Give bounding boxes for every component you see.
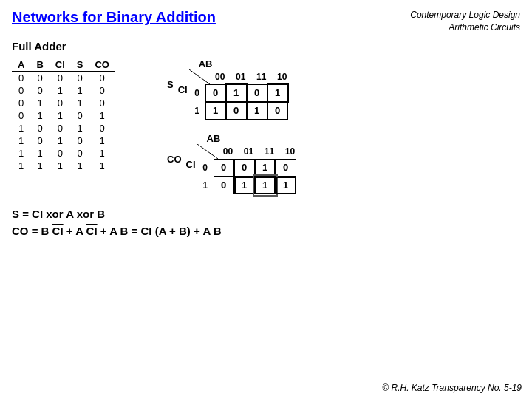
kmap-s-row1: 1 1 0 1 0 bbox=[189, 102, 293, 120]
truth-table-cell-r4-c0: 1 bbox=[12, 122, 30, 134]
kmap-co-cell-03: 0 bbox=[276, 159, 296, 177]
kmap-s-container: AB CI 00 bbox=[178, 58, 293, 120]
co-a-overline: CI bbox=[86, 225, 98, 237]
svg-line-1 bbox=[197, 144, 218, 159]
kmap-s-cell-10: 1 bbox=[205, 102, 226, 120]
s-equation: S = CI xor A xor B bbox=[12, 208, 520, 220]
kmap-section: S AB CI bbox=[167, 58, 301, 194]
truth-table-header-ci: CI bbox=[50, 58, 71, 72]
truth-table-header-row: ABCISCO bbox=[12, 58, 115, 72]
course-info: Contemporary Logic Design Arithmetic Cir… bbox=[410, 9, 520, 34]
kmap-co-cell-11: 1 bbox=[234, 177, 255, 194]
kmap-co-cell-00: 0 bbox=[214, 159, 234, 177]
truth-table-cell-r3-c4: 1 bbox=[89, 109, 115, 122]
kmap-s-ab-label: AB bbox=[199, 58, 213, 69]
kmap-co-cell-01: 0 bbox=[234, 159, 255, 177]
kmap-s-cell-03: 1 bbox=[267, 84, 288, 102]
truth-table: ABCISCO 00000001100101001101100101010111… bbox=[12, 58, 145, 194]
truth-table-cell-r6-c4: 1 bbox=[89, 147, 115, 160]
truth-table-cell-r6-c2: 0 bbox=[50, 147, 71, 160]
kmap-co-cell-02: 1 bbox=[255, 159, 276, 177]
kmap-s-cell-01: 1 bbox=[226, 84, 247, 102]
table-row: 11111 bbox=[12, 160, 115, 172]
table-row: 10010 bbox=[12, 122, 115, 134]
truth-table-cell-r3-c2: 1 bbox=[50, 109, 71, 122]
table-row: 00000 bbox=[12, 71, 115, 84]
kmap-co-grid: 00 01 11 10 0 0 0 1 0 bbox=[197, 144, 301, 194]
truth-table-cell-r0-c2: 0 bbox=[50, 71, 71, 84]
co-eq-mid: + A bbox=[64, 225, 86, 237]
equations-section: S = CI xor A xor B CO = B CI + A CI + A … bbox=[0, 200, 532, 249]
truth-table-cell-r1-c2: 1 bbox=[50, 84, 71, 97]
truth-table-cell-r3-c1: 1 bbox=[30, 109, 49, 122]
kmap-s-grid: 00 01 11 10 0 0 1 0 1 bbox=[189, 69, 293, 120]
kmap-co-col-11: 11 bbox=[259, 146, 280, 157]
truth-table-cell-r5-c0: 1 bbox=[12, 134, 30, 147]
kmap-s-cell-11: 0 bbox=[226, 102, 247, 120]
table-row: 00110 bbox=[12, 84, 115, 97]
truth-table-cell-r5-c3: 0 bbox=[71, 134, 89, 147]
truth-table-body: 0000000110010100110110010101011100111111 bbox=[12, 71, 115, 172]
table-row: 11001 bbox=[12, 147, 115, 160]
kmap-co-row1: 1 0 1 1 1 bbox=[197, 177, 301, 194]
truth-table-cell-r4-c1: 0 bbox=[30, 122, 49, 134]
truth-table-cell-r4-c4: 0 bbox=[89, 122, 115, 134]
truth-table-header-b: B bbox=[30, 58, 49, 72]
kmap-co-row0-header: 0 bbox=[197, 163, 214, 173]
kmap-co-col-10: 10 bbox=[280, 146, 301, 157]
truth-table-cell-r3-c0: 0 bbox=[12, 109, 30, 122]
kmap-s-cell-02: 0 bbox=[247, 84, 267, 102]
truth-table-cell-r7-c3: 1 bbox=[71, 160, 89, 172]
chapter-name: Arithmetic Circuits bbox=[410, 21, 520, 34]
truth-table-cell-r2-c0: 0 bbox=[12, 97, 30, 109]
table-row: 10101 bbox=[12, 134, 115, 147]
kmap-co-cell-10: 0 bbox=[214, 177, 234, 194]
co-equation: CO = B CI + A CI + A B = CI (A + B) + A … bbox=[12, 225, 520, 237]
truth-table-cell-r4-c2: 0 bbox=[50, 122, 71, 134]
truth-table-cell-r7-c0: 1 bbox=[12, 160, 30, 172]
truth-table-cell-r1-c0: 0 bbox=[12, 84, 30, 97]
truth-table-cell-r7-c1: 1 bbox=[30, 160, 49, 172]
truth-table-cell-r3-c3: 0 bbox=[71, 109, 89, 122]
co-eq-start: CO = B bbox=[12, 225, 52, 237]
table-row: 01101 bbox=[12, 109, 115, 122]
kmap-co-container: AB CI 00 01 bbox=[186, 133, 301, 194]
table-row: 01010 bbox=[12, 97, 115, 109]
kmap-co-row0: 0 0 0 1 0 bbox=[197, 159, 301, 177]
truth-table-header-a: A bbox=[12, 58, 30, 72]
kmap-co-section: CO AB CI 00 bbox=[167, 133, 301, 194]
kmap-s-var-label: S bbox=[167, 79, 174, 90]
kmap-s-cell-12: 1 bbox=[247, 102, 267, 120]
truth-table-cell-r1-c4: 0 bbox=[89, 84, 115, 97]
kmap-s-cell-00: 0 bbox=[205, 84, 226, 102]
truth-table-cell-r0-c1: 0 bbox=[30, 71, 49, 84]
truth-table-cell-r5-c4: 1 bbox=[89, 134, 115, 147]
kmap-s-col-11: 11 bbox=[251, 72, 272, 82]
svg-line-0 bbox=[189, 69, 210, 84]
kmap-co-var-label: CO bbox=[167, 154, 182, 165]
kmap-co-col-00: 00 bbox=[218, 146, 239, 157]
truth-table-cell-r2-c2: 0 bbox=[50, 97, 71, 109]
kmap-co-row1-header: 1 bbox=[197, 180, 214, 191]
course-name: Contemporary Logic Design bbox=[410, 9, 520, 21]
truth-table-cell-r5-c2: 1 bbox=[50, 134, 71, 147]
kmap-s-section: S AB CI bbox=[167, 58, 301, 120]
truth-table-cell-r1-c1: 0 bbox=[30, 84, 49, 97]
truth-table-header-co: CO bbox=[89, 58, 115, 72]
kmap-s-row0-header: 0 bbox=[189, 88, 205, 98]
truth-table-cell-r0-c0: 0 bbox=[12, 71, 30, 84]
kmap-s-col-00: 00 bbox=[210, 72, 231, 82]
truth-table-cell-r7-c2: 1 bbox=[50, 160, 71, 172]
co-eq-ab: + A B = CI (A + B) + A B bbox=[98, 225, 222, 237]
kmap-co-cell-12: 1 bbox=[255, 177, 276, 194]
page-title: Networks for Binary Addition bbox=[12, 9, 216, 34]
kmap-s-row1-header: 1 bbox=[189, 106, 205, 116]
truth-table-cell-r6-c1: 1 bbox=[30, 147, 49, 160]
kmap-s-row0: 0 0 1 0 1 bbox=[189, 84, 293, 102]
section-subtitle: Full Adder bbox=[0, 40, 532, 52]
kmap-s-col-01: 01 bbox=[231, 72, 251, 82]
kmap-s-cell-13: 0 bbox=[267, 102, 288, 120]
truth-table-cell-r5-c1: 0 bbox=[30, 134, 49, 147]
kmap-s-corner-svg bbox=[189, 69, 210, 84]
kmap-co-ab-label: AB bbox=[207, 133, 221, 144]
